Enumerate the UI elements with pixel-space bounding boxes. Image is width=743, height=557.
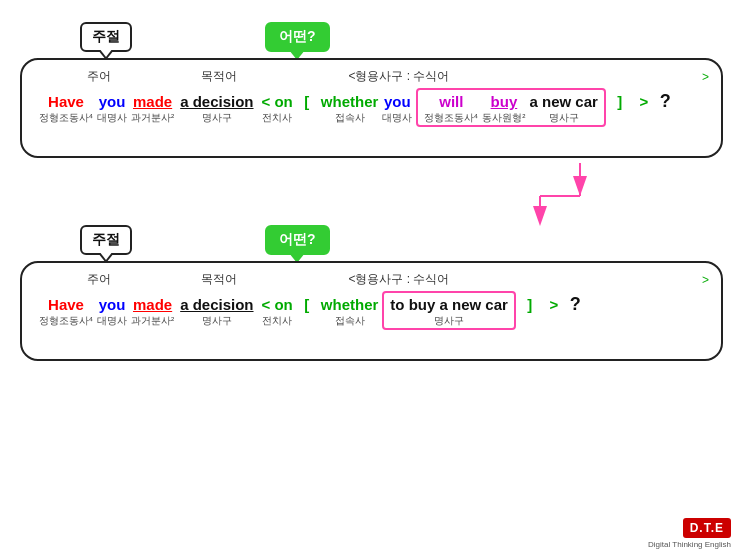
top-object-label: 목적어 — [164, 68, 274, 85]
top-subject-label: 주어 — [34, 68, 164, 85]
top-bubble-jujul: 주절 — [80, 22, 132, 52]
top-qmark: ? — [660, 91, 671, 112]
bottom-on: < on 전치사 — [262, 295, 293, 326]
bottom-adecision-word: a decision — [180, 295, 253, 315]
bottom-whether: whether 접속사 — [321, 295, 379, 326]
top-adecision-word: a decision — [180, 92, 253, 112]
dte-subtext: Digital Thinking English — [648, 540, 731, 549]
bottom-tobuy-grammar: 명사구 — [434, 315, 464, 326]
bottom-qmark: ? — [570, 294, 581, 315]
top-have-grammar: 정형조동사⁴ — [39, 112, 93, 123]
dte-logo-area: D.T.E Digital Thinking English — [648, 518, 731, 549]
bottom-gt-word: > — [549, 295, 558, 315]
top-you-grammar: 대명사 — [97, 112, 127, 123]
top-you2: you 대명사 — [382, 92, 412, 123]
bottom-you: you 대명사 — [97, 295, 127, 326]
bottom-you-word: you — [99, 295, 126, 315]
top-bracket-open-grammar — [305, 112, 308, 123]
bottom-gt: > — [544, 295, 564, 326]
top-bracket-close-word: ] — [617, 92, 622, 112]
top-will-buy-box: will 정형조동사⁴ buy 동사원형² a new car 명사구 — [416, 88, 606, 127]
bottom-made: made 과거분사² — [131, 295, 174, 326]
bottom-bracket-open-grammar — [305, 315, 308, 326]
top-adecision-grammar: 명사구 — [202, 112, 232, 123]
bottom-gt-grammar — [553, 315, 556, 326]
pink-arrow-svg — [10, 161, 743, 221]
bottom-on-word: < on — [262, 295, 293, 315]
top-gt-word: > — [639, 92, 648, 112]
dte-logo: D.T.E — [683, 518, 731, 538]
bottom-tobuy-box: to buy a new car 명사구 — [382, 291, 516, 330]
top-will: will 정형조동사⁴ — [424, 92, 478, 123]
top-anewcar-grammar: 명사구 — [549, 112, 579, 123]
top-you2-word: you — [384, 92, 411, 112]
bottom-whether-word: whether — [321, 295, 379, 315]
bottom-adj-label: <형용사구 : 수식어 — [274, 271, 524, 288]
bottom-you-grammar: 대명사 — [97, 315, 127, 326]
top-gt: > — [634, 92, 654, 123]
top-gt-header: > — [702, 70, 709, 84]
bottom-object-label: 목적어 — [164, 271, 274, 288]
top-on-grammar: 전치사 — [262, 112, 292, 123]
bottom-bracket-open: [ — [297, 295, 317, 326]
top-made-word: made — [133, 92, 172, 112]
bottom-whether-grammar: 접속사 — [335, 315, 365, 326]
bottom-section: 주절 어떤? 주어 목적어 <형용사구 : 수식어 > Have 정형조동사⁴ … — [10, 221, 733, 361]
top-you2-grammar: 대명사 — [382, 112, 412, 123]
top-sentence-box: 주어 목적어 <형용사구 : 수식어 > Have 정형조동사⁴ you 대명사… — [20, 58, 723, 158]
bottom-made-word: made — [133, 295, 172, 315]
main-container: 주절 어떤? 주어 목적어 <형용사구 : 수식어 > Have 정형조동사⁴ … — [0, 0, 743, 557]
bottom-made-grammar: 과거분사² — [131, 315, 174, 326]
bottom-subject-label: 주어 — [34, 271, 164, 288]
bottom-adecision: a decision 명사구 — [180, 295, 253, 326]
top-will-grammar: 정형조동사⁴ — [424, 112, 478, 123]
bottom-bubble-jujul: 주절 — [80, 225, 132, 255]
bottom-sentence-box: 주어 목적어 <형용사구 : 수식어 > Have 정형조동사⁴ you 대명사… — [20, 261, 723, 361]
bottom-have-grammar: 정형조동사⁴ — [39, 315, 93, 326]
top-adecision: a decision 명사구 — [180, 92, 253, 123]
top-section: 주절 어떤? 주어 목적어 <형용사구 : 수식어 > Have 정형조동사⁴ … — [10, 18, 733, 158]
top-have-word: Have — [48, 92, 84, 112]
top-on-word: < on — [262, 92, 293, 112]
top-whether: whether 접속사 — [321, 92, 379, 123]
bottom-tobuy-word: to buy a new car — [390, 295, 508, 315]
bottom-bracket-open-word: [ — [304, 295, 309, 315]
top-bubble-eotteon: 어떤? — [265, 22, 330, 52]
top-whether-grammar: 접속사 — [335, 112, 365, 123]
top-bracket-open: [ — [297, 92, 317, 123]
bottom-on-grammar: 전치사 — [262, 315, 292, 326]
top-made: made 과거분사² — [131, 92, 174, 123]
bottom-bubble-eotteon: 어떤? — [265, 225, 330, 255]
top-bracket-close: ] — [610, 92, 630, 123]
bottom-have-word: Have — [48, 295, 84, 315]
top-buy-grammar: 동사원형² — [482, 112, 525, 123]
bottom-bracket-close-word: ] — [527, 295, 532, 315]
top-have: Have 정형조동사⁴ — [39, 92, 93, 123]
top-buy-word: buy — [491, 92, 518, 112]
top-bracket-open-word: [ — [304, 92, 309, 112]
bottom-tobuy: to buy a new car 명사구 — [390, 295, 508, 326]
bottom-have: Have 정형조동사⁴ — [39, 295, 93, 326]
top-made-grammar: 과거분사² — [131, 112, 174, 123]
top-you-word: you — [99, 92, 126, 112]
bottom-gt-header: > — [702, 273, 709, 287]
bottom-bracket-close: ] — [520, 295, 540, 326]
top-anewcar: a new car 명사구 — [529, 92, 597, 123]
top-on: < on 전치사 — [262, 92, 293, 123]
top-whether-word: whether — [321, 92, 379, 112]
top-will-word: will — [439, 92, 463, 112]
top-buy: buy 동사원형² — [482, 92, 525, 123]
top-gt-grammar — [643, 112, 646, 123]
top-bracket-close-grammar — [619, 112, 622, 123]
top-anewcar-word: a new car — [529, 92, 597, 112]
bottom-bracket-close-grammar — [529, 315, 532, 326]
bottom-adecision-grammar: 명사구 — [202, 315, 232, 326]
top-adj-label: <형용사구 : 수식어 — [274, 68, 524, 85]
top-you: you 대명사 — [97, 92, 127, 123]
